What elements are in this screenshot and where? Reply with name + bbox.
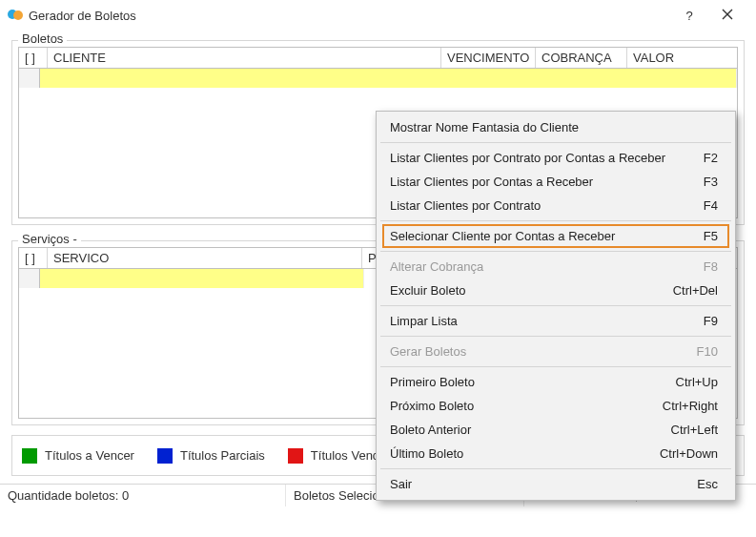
menu-item-label: Listar Clientes por Contrato (390, 198, 704, 213)
menu-item-shortcut: F5 (704, 229, 718, 243)
servicos-group-label: Serviços - (18, 232, 81, 246)
legend-parciais: Títulos Parciais (157, 448, 265, 464)
status-qtd: Quantidade boletos: 0 (0, 485, 286, 506)
status-qtd-label: Quantidade boletos: (8, 488, 118, 503)
context-menu[interactable]: Mostrar Nome Fantasia do ClienteListar C… (376, 111, 736, 501)
menu-item[interactable]: Boleto AnteriorCtrl+Left (377, 418, 735, 442)
swatch-blue-icon (157, 448, 173, 464)
menu-separator (380, 336, 731, 337)
legend-parciais-label: Títulos Parciais (180, 448, 265, 463)
menu-item-label: Selecionar Cliente por Contas a Receber (390, 229, 704, 243)
menu-item-label: Sair (390, 477, 697, 491)
menu-item[interactable]: Listar Clientes por Contas a ReceberF3 (377, 170, 735, 194)
menu-item[interactable]: Primeiro BoletoCtrl+Up (377, 370, 735, 394)
app-icon (8, 8, 23, 23)
menu-item-label: Limpar Lista (390, 314, 704, 328)
swatch-red-icon (288, 448, 303, 464)
boletos-row-cell[interactable] (40, 69, 737, 88)
swatch-green-icon (22, 448, 37, 464)
legend-a-vencer: Títulos a Vencer (22, 448, 134, 464)
menu-item-shortcut: Ctrl+Left (671, 423, 719, 437)
menu-item-shortcut: Esc (697, 477, 718, 491)
menu-item-label: Listar Clientes por Contas a Receber (390, 175, 704, 189)
menu-item: Alterar CobrançaF8 (377, 255, 735, 279)
menu-separator (380, 366, 731, 367)
menu-item[interactable]: Limpar ListaF9 (377, 309, 735, 333)
menu-item-shortcut: Ctrl+Del (673, 283, 718, 298)
menu-item-shortcut: F9 (704, 314, 718, 328)
menu-item-shortcut: F3 (704, 175, 718, 189)
menu-item-label: Gerar Boletos (390, 344, 697, 359)
boletos-row[interactable] (19, 69, 737, 88)
row-selector-icon[interactable] (19, 269, 40, 288)
col-servico[interactable]: SERVICO (48, 248, 362, 268)
menu-item-label: Mostrar Nome Fantasia do Cliente (390, 120, 718, 134)
menu-item-label: Boleto Anterior (390, 423, 671, 437)
menu-separator (380, 251, 731, 252)
close-button[interactable] (708, 8, 746, 23)
menu-item[interactable]: Último BoletoCtrl+Down (377, 442, 735, 465)
col-valor[interactable]: VALOR (627, 48, 717, 68)
menu-separator (380, 305, 731, 306)
menu-item-label: Primeiro Boleto (390, 375, 676, 389)
menu-item[interactable]: Listar Clientes por ContratoF4 (377, 194, 735, 217)
menu-item-shortcut: Ctrl+Right (663, 399, 718, 413)
row-selector-icon[interactable] (19, 69, 40, 88)
menu-item-label: Próximo Boleto (390, 399, 663, 413)
titlebar: Gerador de Boletos ? (0, 0, 756, 29)
servicos-row-cell[interactable] (40, 269, 364, 288)
col-check-serv[interactable]: [ ] (19, 248, 48, 268)
legend-a-vencer-label: Títulos a Vencer (45, 448, 134, 463)
col-cobranca[interactable]: COBRANÇA (536, 48, 627, 68)
menu-item-shortcut: F8 (704, 259, 718, 274)
menu-item-shortcut: F2 (704, 151, 718, 165)
status-qtd-value: 0 (122, 488, 129, 503)
menu-item-label: Excluir Boleto (390, 283, 673, 298)
menu-item: Gerar BoletosF10 (377, 340, 735, 363)
col-vencimento[interactable]: VENCIMENTO (441, 48, 536, 68)
menu-item[interactable]: Mostrar Nome Fantasia do Cliente (377, 115, 735, 139)
menu-separator (380, 142, 731, 143)
col-cliente[interactable]: CLIENTE (48, 48, 441, 68)
boletos-grid-header: [ ] CLIENTE VENCIMENTO COBRANÇA VALOR (19, 48, 737, 69)
col-check[interactable]: [ ] (19, 48, 48, 68)
menu-item-shortcut: Ctrl+Down (660, 446, 718, 461)
menu-item[interactable]: SairEsc (377, 472, 735, 496)
menu-separator (380, 468, 731, 469)
menu-item[interactable]: Próximo BoletoCtrl+Right (377, 394, 735, 418)
menu-item-label: Último Boleto (390, 446, 660, 461)
svg-point-1 (13, 10, 23, 20)
menu-separator (380, 220, 731, 221)
menu-item-label: Alterar Cobrança (390, 259, 704, 274)
boletos-group-label: Boletos (18, 31, 67, 46)
menu-item[interactable]: Selecionar Cliente por Contas a ReceberF… (382, 224, 729, 248)
menu-item-shortcut: F10 (697, 344, 718, 359)
menu-item-label: Listar Clientes por Contrato por Contas … (390, 151, 704, 165)
window-title: Gerador de Boletos (29, 9, 670, 23)
menu-item[interactable]: Listar Clientes por Contrato por Contas … (377, 146, 735, 170)
menu-item-shortcut: Ctrl+Up (676, 375, 718, 389)
menu-item-shortcut: F4 (704, 198, 718, 213)
menu-item[interactable]: Excluir BoletoCtrl+Del (377, 279, 735, 302)
help-button[interactable]: ? (670, 9, 708, 23)
